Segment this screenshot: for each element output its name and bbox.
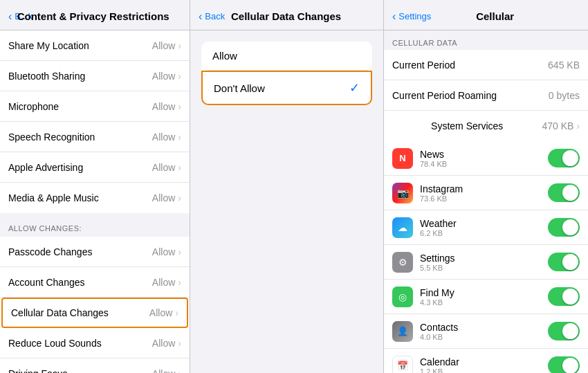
contacts-icon: 👤 bbox=[392, 321, 413, 342]
dont-allow-option-label: Don't Allow bbox=[214, 82, 349, 94]
list-item-passcode[interactable]: Passcode Changes Allow › bbox=[0, 237, 190, 267]
app-row-weather: ☁ Weather 6.2 KB bbox=[384, 210, 588, 245]
list-item-share-location[interactable]: Share My Location Allow › bbox=[0, 30, 190, 61]
driving-value: Allow bbox=[152, 368, 175, 374]
right-content: CELLULAR DATA Current Period 645 KB Curr… bbox=[384, 30, 588, 373]
instagram-info: Instagram 73.6 KB bbox=[420, 183, 548, 203]
option-dont-allow[interactable]: Don't Allow ✓ bbox=[203, 72, 371, 104]
share-location-chevron-icon: › bbox=[178, 40, 181, 51]
loud-sounds-chevron-icon: › bbox=[178, 338, 181, 349]
list-item-bluetooth[interactable]: Bluetooth Sharing Allow › bbox=[0, 61, 190, 91]
app-row-contacts: 👤 Contacts 4.0 KB bbox=[384, 314, 588, 349]
list-item-account[interactable]: Account Changes Allow › bbox=[0, 267, 190, 298]
system-services-row[interactable]: System Services 470 KB › bbox=[384, 111, 588, 141]
summary-section: Current Period 645 KB Current Period Roa… bbox=[384, 50, 588, 141]
middle-options: Allow Don't Allow ✓ bbox=[190, 30, 383, 116]
driving-label: Driving Focus bbox=[8, 368, 152, 374]
news-size: 78.4 KB bbox=[420, 160, 548, 168]
right-panel: ‹ Settings Cellular CELLULAR DATA Curren… bbox=[384, 0, 588, 373]
calendar-info: Calendar 1.2 KB bbox=[420, 356, 548, 374]
passcode-chevron-icon: › bbox=[178, 246, 181, 257]
current-period-roaming-row: Current Period Roaming 0 bytes bbox=[384, 80, 588, 111]
allow-changes-header: ALLOW CHANGES: bbox=[0, 213, 190, 237]
news-info: News 78.4 KB bbox=[420, 149, 548, 168]
list-item-driving[interactable]: Driving Focus Allow › bbox=[0, 358, 190, 373]
cellular-value: Allow bbox=[149, 307, 172, 318]
left-title: Content & Privacy Restrictions bbox=[5, 10, 181, 22]
microphone-value: Allow bbox=[152, 101, 175, 112]
list-item-speech[interactable]: Speech Recognition Allow › bbox=[0, 122, 190, 152]
right-title: Cellular bbox=[410, 10, 580, 22]
middle-header: ‹ Back Cellular Data Changes bbox=[190, 0, 383, 30]
system-services-label: System Services bbox=[392, 120, 542, 131]
microphone-chevron-icon: › bbox=[178, 101, 181, 112]
passcode-label: Passcode Changes bbox=[8, 246, 152, 257]
left-header: ‹ B...k Content & Privacy Restrictions bbox=[0, 0, 190, 30]
current-period-label: Current Period bbox=[392, 60, 548, 71]
dont-allow-option-group: Don't Allow ✓ bbox=[201, 71, 372, 105]
share-location-value: Allow bbox=[152, 40, 175, 51]
news-name: News bbox=[420, 149, 548, 160]
app-row-calendar: 📅 Calendar 1.2 KB bbox=[384, 349, 588, 373]
instagram-size: 73.6 KB bbox=[420, 194, 548, 203]
app-row-news: N News 78.4 KB bbox=[384, 141, 588, 176]
loud-sounds-value: Allow bbox=[152, 338, 175, 349]
bluetooth-value: Allow bbox=[152, 71, 175, 82]
account-value: Allow bbox=[152, 277, 175, 288]
driving-chevron-icon: › bbox=[178, 368, 181, 374]
findmy-icon: ◎ bbox=[392, 286, 413, 307]
app-row-findmy: ◎ Find My 4.3 KB bbox=[384, 280, 588, 314]
speech-chevron-icon: › bbox=[178, 131, 181, 143]
settings-size: 5.5 KB bbox=[420, 264, 548, 272]
passcode-value: Allow bbox=[152, 246, 175, 257]
right-back-chevron-icon: ‹ bbox=[392, 10, 396, 23]
left-items-section: Share My Location Allow › Bluetooth Shar… bbox=[0, 30, 190, 213]
app-row-settings: ⚙ Settings 5.5 KB bbox=[384, 245, 588, 280]
media-chevron-icon: › bbox=[178, 192, 181, 203]
allow-option-label: Allow bbox=[212, 50, 361, 62]
contacts-size: 4.0 KB bbox=[420, 333, 548, 341]
bluetooth-chevron-icon: › bbox=[178, 71, 181, 82]
apps-section: N News 78.4 KB 📷 Instagram 73.6 KB ☁ bbox=[384, 141, 588, 373]
instagram-toggle[interactable] bbox=[548, 183, 580, 202]
cellular-chevron-icon: › bbox=[175, 307, 178, 318]
speech-label: Speech Recognition bbox=[8, 131, 152, 143]
list-item-media[interactable]: Media & Apple Music Allow › bbox=[0, 183, 190, 213]
share-location-label: Share My Location bbox=[8, 40, 152, 51]
weather-info: Weather 6.2 KB bbox=[420, 218, 548, 237]
advertising-chevron-icon: › bbox=[178, 162, 181, 173]
findmy-size: 4.3 KB bbox=[420, 298, 548, 307]
right-header: ‹ Settings Cellular bbox=[384, 0, 588, 30]
current-period-roaming-label: Current Period Roaming bbox=[392, 90, 549, 101]
weather-size: 6.2 KB bbox=[420, 229, 548, 237]
list-item-cellular[interactable]: Cellular Data Changes Allow › bbox=[1, 298, 188, 328]
system-services-chevron-icon: › bbox=[576, 120, 580, 131]
app-row-instagram: 📷 Instagram 73.6 KB bbox=[384, 176, 588, 210]
weather-toggle[interactable] bbox=[548, 218, 580, 237]
news-toggle[interactable] bbox=[548, 149, 580, 167]
settings-app-icon: ⚙ bbox=[392, 252, 413, 273]
changes-section: Passcode Changes Allow › Account Changes… bbox=[0, 237, 190, 373]
microphone-label: Microphone bbox=[8, 101, 152, 112]
findmy-toggle[interactable] bbox=[548, 287, 580, 306]
list-item-advertising[interactable]: Apple Advertising Allow › bbox=[0, 152, 190, 183]
loud-sounds-label: Reduce Loud Sounds bbox=[8, 338, 152, 349]
option-allow[interactable]: Allow bbox=[201, 42, 372, 71]
settings-app-name: Settings bbox=[420, 253, 548, 264]
media-value: Allow bbox=[152, 192, 175, 203]
list-item-microphone[interactable]: Microphone Allow › bbox=[0, 91, 190, 122]
checkmark-icon: ✓ bbox=[349, 80, 360, 95]
middle-panel: ‹ Back Cellular Data Changes Allow Don't… bbox=[190, 0, 384, 373]
contacts-name: Contacts bbox=[420, 322, 548, 333]
instagram-name: Instagram bbox=[420, 183, 548, 194]
allow-option-group: Allow bbox=[201, 42, 372, 71]
contacts-info: Contacts 4.0 KB bbox=[420, 322, 548, 341]
settings-info: Settings 5.5 KB bbox=[420, 253, 548, 272]
contacts-toggle[interactable] bbox=[548, 322, 580, 340]
left-panel: ‹ B...k Content & Privacy Restrictions S… bbox=[0, 0, 190, 373]
middle-title: Cellular Data Changes bbox=[197, 10, 375, 22]
current-period-row: Current Period 645 KB bbox=[384, 50, 588, 80]
calendar-toggle[interactable] bbox=[548, 356, 580, 373]
settings-toggle[interactable] bbox=[548, 253, 580, 271]
list-item-loud-sounds[interactable]: Reduce Loud Sounds Allow › bbox=[0, 328, 190, 358]
